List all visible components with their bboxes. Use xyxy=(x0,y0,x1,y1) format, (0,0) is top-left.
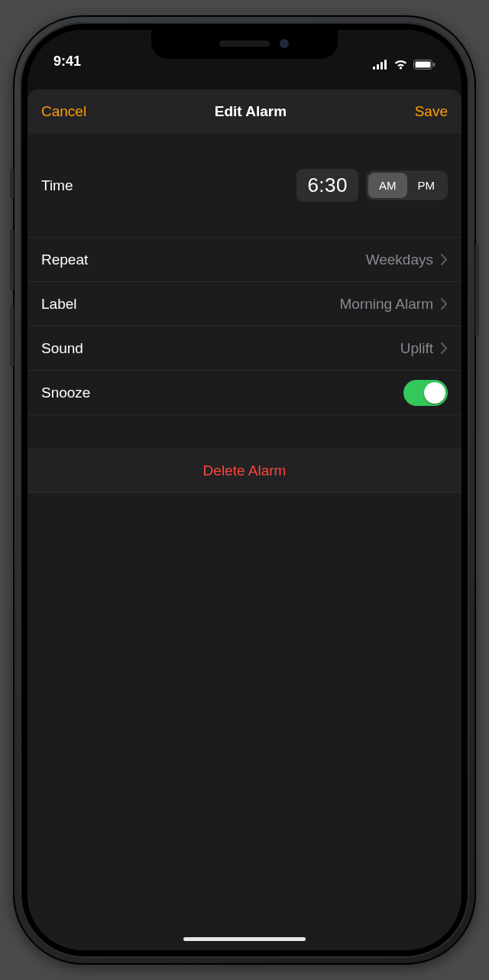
label-row[interactable]: Label Morning Alarm xyxy=(28,281,461,326)
pm-option[interactable]: PM xyxy=(407,173,446,198)
chevron-right-icon xyxy=(441,342,448,354)
edit-alarm-sheet: Cancel Edit Alarm Save Time 6:30 AM PM xyxy=(28,89,461,950)
divider xyxy=(28,414,461,415)
label-value: Morning Alarm xyxy=(340,296,434,313)
svg-rect-0 xyxy=(373,67,375,70)
bezel: 9:41 Cancel Edit Alarm xyxy=(20,22,469,958)
status-icons xyxy=(373,60,436,70)
power-button[interactable] xyxy=(475,245,479,336)
delete-section: Delete Alarm xyxy=(28,449,461,493)
sound-value: Uplift xyxy=(400,340,433,357)
nav-bar: Cancel Edit Alarm Save xyxy=(28,89,461,134)
svg-rect-1 xyxy=(377,64,379,70)
cellular-signal-icon xyxy=(373,60,388,70)
time-label: Time xyxy=(41,177,73,194)
svg-rect-6 xyxy=(433,63,435,67)
svg-rect-3 xyxy=(384,60,387,70)
delete-alarm-label: Delete Alarm xyxy=(203,462,287,479)
svg-rect-2 xyxy=(381,62,383,70)
snooze-label: Snooze xyxy=(41,385,90,401)
save-button[interactable]: Save xyxy=(415,103,448,120)
svg-rect-5 xyxy=(416,62,431,68)
screen: 9:41 Cancel Edit Alarm xyxy=(28,30,461,950)
repeat-label: Repeat xyxy=(41,251,88,268)
device-frame: 9:41 Cancel Edit Alarm xyxy=(13,15,476,965)
status-time: 9:41 xyxy=(53,54,81,70)
snooze-row: Snooze xyxy=(28,370,461,414)
delete-alarm-button[interactable]: Delete Alarm xyxy=(28,449,461,493)
time-controls: 6:30 AM PM xyxy=(296,169,448,202)
time-section: Time 6:30 AM PM xyxy=(28,134,461,237)
silent-switch[interactable] xyxy=(10,168,14,199)
sound-row[interactable]: Sound Uplift xyxy=(28,326,461,370)
repeat-value: Weekdays xyxy=(366,251,433,268)
time-value-picker[interactable]: 6:30 xyxy=(296,169,358,202)
page-title: Edit Alarm xyxy=(215,103,287,120)
battery-icon xyxy=(413,60,436,70)
ampm-segmented-control[interactable]: AM PM xyxy=(366,170,448,200)
volume-down-button[interactable] xyxy=(10,306,14,367)
toggle-knob xyxy=(424,382,445,404)
am-option[interactable]: AM xyxy=(368,173,407,198)
chevron-right-icon xyxy=(441,254,448,265)
volume-up-button[interactable] xyxy=(10,229,14,290)
cancel-button[interactable]: Cancel xyxy=(41,103,86,120)
snooze-toggle[interactable] xyxy=(403,380,448,406)
repeat-row[interactable]: Repeat Weekdays xyxy=(28,237,461,281)
wifi-icon xyxy=(393,60,408,70)
notch xyxy=(151,30,338,59)
label-label: Label xyxy=(41,296,77,313)
home-indicator[interactable] xyxy=(183,937,306,941)
sound-label: Sound xyxy=(41,340,83,357)
settings-list: Repeat Weekdays Label Morning Alarm xyxy=(28,237,461,415)
chevron-right-icon xyxy=(441,298,448,310)
